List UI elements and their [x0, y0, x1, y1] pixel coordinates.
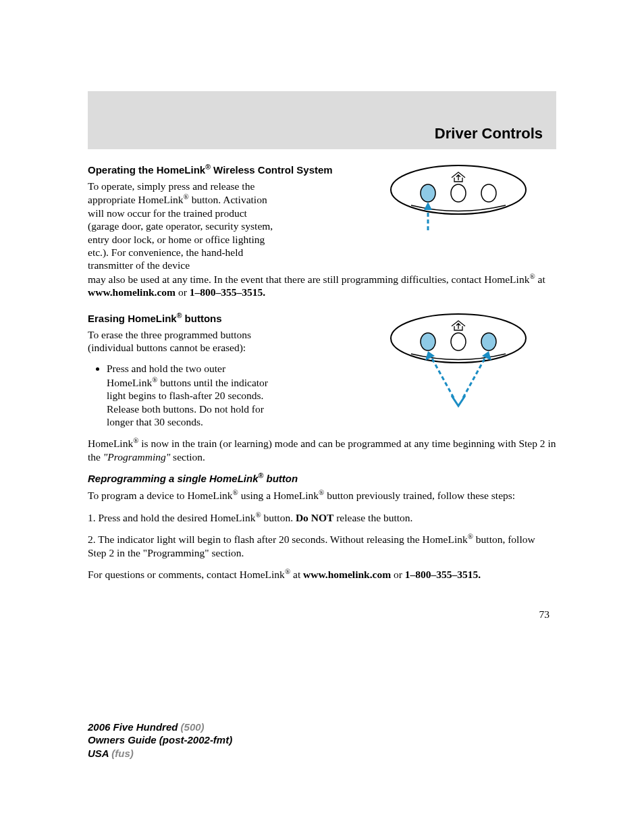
page-number: 73: [88, 608, 556, 621]
svg-point-3: [481, 184, 496, 202]
svg-point-7: [421, 333, 435, 350]
footer-line1: 2006 Five Hundred (500): [88, 721, 232, 734]
svg-point-1: [421, 184, 435, 202]
erasing-bullet-1: Press and hold the two outer HomeLink® b…: [107, 362, 275, 428]
svg-point-9: [481, 333, 496, 350]
reprogram-heading: Reprogramming a single HomeLink® button: [88, 471, 556, 484]
svg-marker-5: [424, 202, 432, 210]
reprogram-section: Reprogramming a single HomeLink® button …: [88, 471, 556, 581]
erasing-section: Erasing HomeLink® buttons To erase the t…: [88, 311, 556, 464]
homelink-diagram-2: [381, 311, 536, 413]
footer-line3: USA (fus): [88, 747, 232, 760]
erasing-para1: To erase the three programmed buttons (i…: [88, 328, 277, 355]
svg-line-12: [463, 357, 485, 398]
operating-para-wide: may also be used at any time. In the eve…: [88, 272, 556, 299]
svg-line-10: [431, 357, 454, 398]
svg-point-8: [451, 333, 466, 350]
reprogram-intro: To program a device to HomeLink® using a…: [88, 488, 556, 502]
operating-para-narrow: To operate, simply press and release the…: [88, 180, 277, 272]
manual-page: Driver Controls Operating the HomeLink® …: [0, 0, 644, 621]
reprogram-contact: For questions or comments, contact HomeL…: [88, 567, 556, 581]
operating-section: Operating the HomeLink® Wireless Control…: [88, 163, 556, 299]
chapter-title: Driver Controls: [435, 125, 543, 142]
chapter-header: Driver Controls: [88, 91, 556, 149]
footer-metadata: 2006 Five Hundred (500) Owners Guide (po…: [88, 721, 232, 760]
svg-point-2: [451, 184, 466, 202]
erasing-para2: HomeLink® is now in the train (or learni…: [88, 436, 556, 463]
footer-line2: Owners Guide (post-2002-fmt): [88, 733, 232, 747]
homelink-diagram-1: [381, 163, 536, 237]
reprogram-step2: 2. The indicator light will begin to fla…: [88, 532, 556, 559]
reprogram-step1: 1. Press and hold the desired HomeLink® …: [88, 511, 556, 525]
